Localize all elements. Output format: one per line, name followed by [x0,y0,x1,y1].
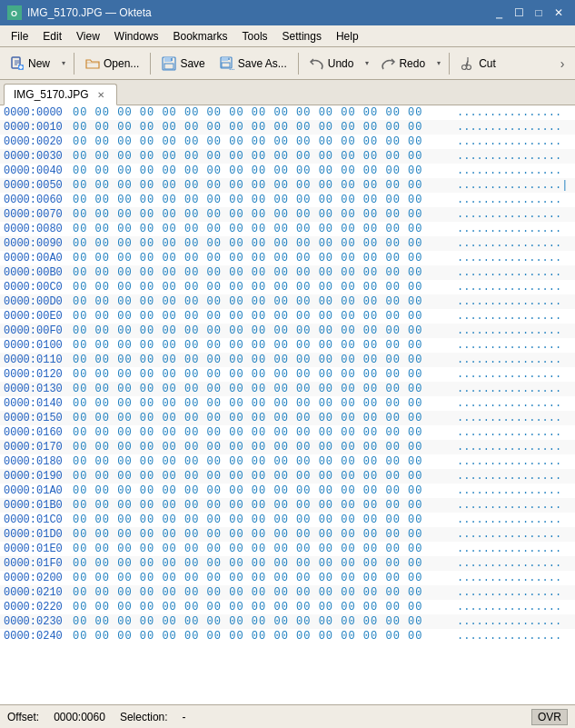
cut-button[interactable]: Cut [454,51,502,76]
hex-row[interactable]: 0000:014000 00 00 00 00 00 00 00 00 00 0… [0,396,575,411]
hex-row[interactable]: 0000:021000 00 00 00 00 00 00 00 00 00 0… [0,585,575,600]
toolbar: New ▾ Open... Save [0,47,575,80]
hex-row[interactable]: 0000:007000 00 00 00 00 00 00 00 00 00 0… [0,207,575,222]
hex-offset: 0000:0050 [0,178,73,193]
hex-row[interactable]: 0000:01E000 00 00 00 00 00 00 00 00 00 0… [0,542,575,556]
hex-ascii: ................ [457,411,575,425]
save-button[interactable]: Save [155,51,211,76]
hex-row[interactable]: 0000:012000 00 00 00 00 00 00 00 00 00 0… [0,367,575,382]
more-button[interactable]: › [553,51,571,76]
hex-row[interactable]: 0000:010000 00 00 00 00 00 00 00 00 00 0… [0,338,575,353]
hex-bytes: 00 00 00 00 00 00 00 00 00 00 00 00 00 0… [73,353,457,367]
hex-row[interactable]: 0000:01D000 00 00 00 00 00 00 00 00 00 0… [0,527,575,542]
hex-row[interactable]: 0000:01F000 00 00 00 00 00 00 00 00 00 0… [0,556,575,571]
redo-button[interactable]: Redo [374,51,431,76]
hex-editor[interactable]: 0000:000000 00 00 00 00 00 00 00 00 00 0… [0,105,575,704]
hex-offset: 0000:0090 [0,236,73,251]
menu-settings[interactable]: Settings [275,26,329,46]
title-bar: O IMG_5170.JPG — Okteta ⎯ ☐ □ ✕ [0,0,575,25]
tab-close-button[interactable]: ✕ [94,88,107,101]
new-label: New [28,57,50,70]
hex-row[interactable]: 0000:024000 00 00 00 00 00 00 00 00 00 0… [0,629,575,643]
hex-offset: 0000:0170 [0,440,73,454]
hex-row[interactable]: 0000:01C000 00 00 00 00 00 00 00 00 00 0… [0,513,575,527]
hex-row[interactable]: 0000:015000 00 00 00 00 00 00 00 00 00 0… [0,411,575,425]
hex-row[interactable]: 0000:006000 00 00 00 00 00 00 00 00 00 0… [0,193,575,207]
hex-row[interactable]: 0000:017000 00 00 00 00 00 00 00 00 00 0… [0,440,575,454]
hex-ascii: ................ [457,324,575,338]
menu-file[interactable]: File [4,26,35,46]
new-icon [10,56,25,71]
saveas-button[interactable]: … Save As... [213,51,293,76]
menu-windows[interactable]: Windows [107,26,166,46]
hex-row[interactable]: 0000:009000 00 00 00 00 00 00 00 00 00 0… [0,236,575,251]
undo-dropdown[interactable]: ▾ [362,51,372,76]
hex-row[interactable]: 0000:008000 00 00 00 00 00 00 00 00 00 0… [0,222,575,236]
hex-ascii: ................ [457,527,575,542]
restore-button[interactable]: □ [530,5,548,21]
hex-offset: 0000:01C0 [0,513,73,527]
hex-row[interactable]: 0000:01B000 00 00 00 00 00 00 00 00 00 0… [0,498,575,513]
tab-bar: IMG_5170.JPG ✕ [0,80,575,105]
hex-row[interactable]: 0000:019000 00 00 00 00 00 00 00 00 00 0… [0,469,575,484]
new-button[interactable]: New [4,51,56,76]
hex-row[interactable]: 0000:000000 00 00 00 00 00 00 00 00 00 0… [0,105,575,120]
hex-ascii: ................ [457,338,575,353]
hex-ascii: ................ [457,396,575,411]
hex-offset: 0000:00C0 [0,280,73,294]
hex-row[interactable]: 0000:016000 00 00 00 00 00 00 00 00 00 0… [0,425,575,440]
hex-offset: 0000:0220 [0,600,73,614]
maximize-button[interactable]: ☐ [510,5,528,21]
hex-row[interactable]: 0000:011000 00 00 00 00 00 00 00 00 00 0… [0,353,575,367]
hex-offset: 0000:00A0 [0,251,73,265]
undo-button[interactable]: Undo [303,51,361,76]
hex-row[interactable]: 0000:002000 00 00 00 00 00 00 00 00 00 0… [0,135,575,149]
new-dropdown[interactable]: ▾ [58,51,69,76]
hex-row[interactable]: 0000:003000 00 00 00 00 00 00 00 00 00 0… [0,149,575,164]
hex-row[interactable]: 0000:00B000 00 00 00 00 00 00 00 00 00 0… [0,265,575,280]
offset-value: 0000:0060 [54,711,105,723]
menu-tools[interactable]: Tools [235,26,275,46]
hex-bytes: 00 00 00 00 00 00 00 00 00 00 00 00 00 0… [73,265,457,280]
hex-offset: 0000:01A0 [0,484,73,498]
hex-row[interactable]: 0000:004000 00 00 00 00 00 00 00 00 00 0… [0,164,575,178]
hex-row[interactable]: 0000:00F000 00 00 00 00 00 00 00 00 00 0… [0,324,575,338]
open-button[interactable]: Open... [79,51,145,76]
hex-row[interactable]: 0000:020000 00 00 00 00 00 00 00 00 00 0… [0,571,575,585]
hex-row[interactable]: 0000:00D000 00 00 00 00 00 00 00 00 00 0… [0,294,575,309]
minimize-button[interactable]: ⎯ [490,5,508,21]
hex-row[interactable]: 0000:00A000 00 00 00 00 00 00 00 00 00 0… [0,251,575,265]
menu-view[interactable]: View [69,26,107,46]
menu-help[interactable]: Help [329,26,366,46]
hex-row[interactable]: 0000:023000 00 00 00 00 00 00 00 00 00 0… [0,614,575,629]
hex-ascii: ................ [457,469,575,484]
hex-row[interactable]: 0000:005000 00 00 00 00 00 00 00 00 00 0… [0,178,575,193]
save-label: Save [180,57,204,70]
hex-row[interactable]: 0000:00C000 00 00 00 00 00 00 00 00 00 0… [0,280,575,294]
separator-1 [74,53,74,75]
hex-offset: 0000:01E0 [0,542,73,556]
menu-edit[interactable]: Edit [35,26,69,46]
menu-bookmarks[interactable]: Bookmarks [166,26,235,46]
hex-row[interactable]: 0000:022000 00 00 00 00 00 00 00 00 00 0… [0,600,575,614]
status-bar: Offset: 0000:0060 Selection: - OVR [0,704,575,728]
hex-offset: 0000:0200 [0,571,73,585]
cut-label: Cut [479,57,496,70]
hex-row[interactable]: 0000:013000 00 00 00 00 00 00 00 00 00 0… [0,382,575,396]
hex-row[interactable]: 0000:018000 00 00 00 00 00 00 00 00 00 0… [0,454,575,469]
hex-bytes: 00 00 00 00 00 00 00 00 00 00 00 00 00 0… [73,498,457,513]
menu-bar: File Edit View Windows Bookmarks Tools S… [0,25,575,47]
tab-img5170[interactable]: IMG_5170.JPG ✕ [4,84,117,105]
hex-offset: 0000:0230 [0,614,73,629]
hex-ascii: ................ [457,280,575,294]
hex-content[interactable]: 0000:000000 00 00 00 00 00 00 00 00 00 0… [0,105,575,704]
redo-dropdown[interactable]: ▾ [433,51,444,76]
hex-offset: 0000:00B0 [0,265,73,280]
hex-row[interactable]: 0000:00E000 00 00 00 00 00 00 00 00 00 0… [0,309,575,324]
hex-row[interactable]: 0000:001000 00 00 00 00 00 00 00 00 00 0… [0,120,575,135]
hex-ascii: ................ [457,309,575,324]
hex-row[interactable]: 0000:01A000 00 00 00 00 00 00 00 00 00 0… [0,484,575,498]
hex-bytes: 00 00 00 00 00 00 00 00 00 00 00 00 00 0… [73,469,457,484]
close-button[interactable]: ✕ [550,5,568,21]
separator-3 [298,53,299,75]
